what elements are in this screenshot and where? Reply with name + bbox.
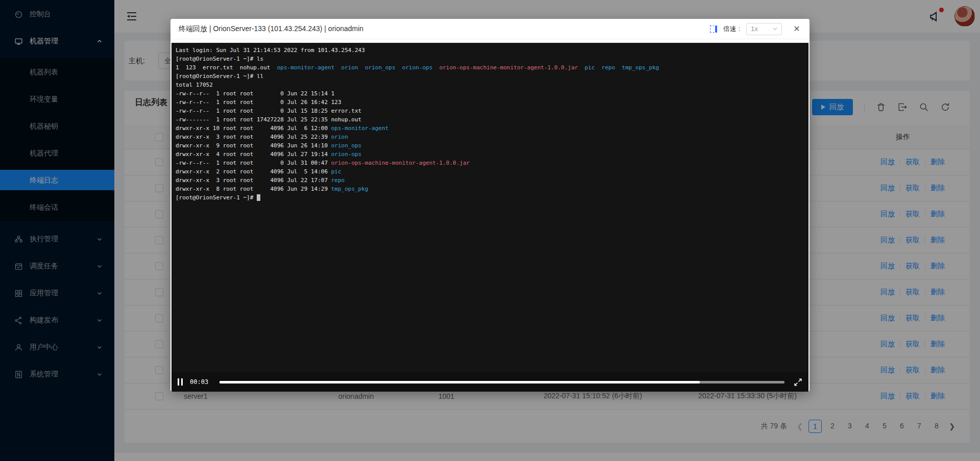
fullscreen-icon[interactable] <box>794 378 802 387</box>
terminal-replay-modal: 终端回放 | OrionServer-133 (101.43.254.243) … <box>170 19 810 392</box>
terminal-cursor <box>257 194 260 201</box>
terminal-line: drwxr-xr-x 9 root root 4096 Jun 26 14:10… <box>176 141 804 150</box>
terminal-output: Last login: Sun Jul 31 21:14:53 2022 fro… <box>172 43 808 372</box>
terminal-line: drwxr-xr-x 3 root root 4096 Jul 22 17:07… <box>176 176 804 185</box>
terminal-line: [root@OrionServer-1 ~]# <box>176 193 804 202</box>
player-time: 00:03 <box>190 378 210 386</box>
chevron-down-icon <box>773 27 777 31</box>
terminal-line: -rw-r--r-- 1 root root 0 Jun 22 15:14 1 <box>176 89 804 98</box>
terminal-line: drwxr-xr-x 3 root root 4096 Jul 25 22:39… <box>176 133 804 141</box>
terminal-line: -rw-r--r-- 1 root root 0 Jul 15 18:25 er… <box>176 107 804 115</box>
terminal-line: Last login: Sun Jul 31 21:14:53 2022 fro… <box>176 46 804 55</box>
terminal-line: [root@OrionServer-1 ~]# ll <box>176 72 804 81</box>
terminal-line: -rw------- 1 root root 17427228 Jul 25 2… <box>176 115 804 124</box>
terminal-line: 1 123 error.txt nohup.out ops-monitor-ag… <box>176 63 804 72</box>
progress-bar[interactable] <box>219 381 785 383</box>
terminal-line: total 17052 <box>176 81 804 89</box>
terminal-line: drwxr-xr-x 8 root root 4096 Jun 29 14:29… <box>176 185 804 193</box>
terminal-line: drwxr-xr-x 2 root root 4096 Jul 5 14:06 … <box>176 167 804 176</box>
terminal-line: -rw-r--r-- 1 root root 0 Jul 26 16:42 12… <box>176 98 804 107</box>
terminal-line: -rw-r--r-- 1 root root 0 Jul 31 00:47 or… <box>176 159 804 167</box>
modal-title: 终端回放 | OrionServer-133 (101.43.254.243) … <box>179 24 710 34</box>
terminal-line: drwxr-xr-x 10 root root 4096 Jul 6 12:00… <box>176 124 804 133</box>
player-controls: 00:03 <box>172 372 808 392</box>
speed-select[interactable]: 1x <box>746 23 782 35</box>
close-icon[interactable]: ✕ <box>791 23 802 35</box>
speed-label: 倍速 : <box>723 24 740 34</box>
modal-header: 终端回放 | OrionServer-133 (101.43.254.243) … <box>170 19 810 39</box>
dotted-frame-icon[interactable] <box>710 25 717 33</box>
progress-played <box>219 381 700 383</box>
terminal-line: drwxr-xr-x 4 root root 4096 Jul 27 19:14… <box>176 150 804 159</box>
pause-button[interactable] <box>178 378 183 386</box>
terminal-line: [root@OrionServer-1 ~]# ls <box>176 55 804 63</box>
